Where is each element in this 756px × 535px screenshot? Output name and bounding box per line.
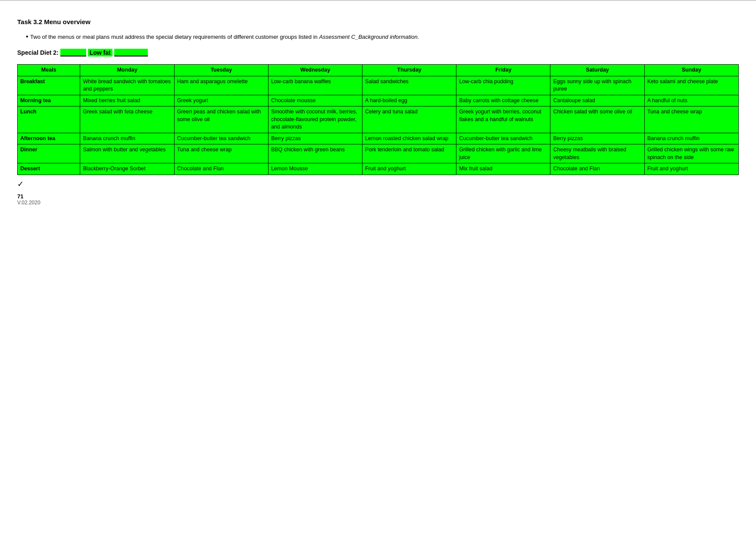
cell-sunday-dinner: Grilled chicken wings with some raw spin… xyxy=(644,144,738,163)
cell-monday-breakfast: White bread sandwich with tomatoes and p… xyxy=(80,76,174,95)
cell-tuesday-breakfast: Ham and asparagus omelette xyxy=(174,76,268,95)
cell-monday-lunch: Greek salad with feta cheese xyxy=(80,106,174,133)
bullet-text-after: . xyxy=(418,34,419,40)
cell-thursday-dessert: Fruit and yoghurt xyxy=(362,163,456,175)
cell-friday-breakfast: Low-carb chia pudding xyxy=(456,76,550,95)
checkmark: ✓ xyxy=(17,179,739,189)
task-title: Task 3.2 Menu overview xyxy=(17,18,739,25)
cell-sunday-breakfast: Keto salami and cheese plate xyxy=(644,76,738,95)
header-tuesday: Tuesday xyxy=(174,65,268,76)
header-meals: Meals xyxy=(18,65,80,76)
bullet-text-main: Two of the menus or meal plans must addr… xyxy=(30,34,319,40)
bullet-description: Two of the menus or meal plans must addr… xyxy=(26,31,739,42)
cell-tuesday-dinner: Tuna and cheese wrap xyxy=(174,144,268,163)
cell-thursday-breakfast: Salad sandwiches xyxy=(362,76,456,95)
header-sunday: Sunday xyxy=(644,65,738,76)
page-number: 71 xyxy=(17,193,23,200)
table-row: BreakfastWhite bread sandwich with tomat… xyxy=(18,76,739,95)
cell-tuesday-lunch: Green peas and chicken salad with some o… xyxy=(174,106,268,133)
cell-meal-breakfast: Breakfast xyxy=(18,76,80,95)
cell-monday-dessert: Blackberry-Orange Sorbet xyxy=(80,163,174,175)
header-wednesday: Wednesday xyxy=(268,65,362,76)
header-saturday: Saturday xyxy=(550,65,644,76)
cell-friday-dinner: Grilled chicken with garlic and lime jui… xyxy=(456,144,550,163)
cell-tuesday-morning-tea: Greek yogurt xyxy=(174,95,268,106)
cell-friday-afternoon-tea: Cucumber-butter tea sandwich xyxy=(456,133,550,144)
cell-sunday-lunch: Tuna and cheese wrap xyxy=(644,106,738,133)
bullet-italic: Assessment C_Background information xyxy=(319,34,417,40)
cell-sunday-morning-tea: A handful of nuts xyxy=(644,95,738,106)
cell-meal-afternoon-tea: Afternoon tea xyxy=(18,133,80,144)
cell-saturday-dessert: Chocolate and Flan xyxy=(550,163,644,175)
cell-tuesday-afternoon-tea: Cucumber-butter tea sandwich xyxy=(174,133,268,144)
cell-wednesday-morning-tea: Chocolate mousse xyxy=(268,95,362,106)
menu-table: Meals Monday Tuesday Wednesday Thursday … xyxy=(17,64,739,175)
cell-meal-dinner: Dinner xyxy=(18,144,80,163)
cell-wednesday-lunch: Smoothie with coconut milk, berries, cho… xyxy=(268,106,362,133)
cell-monday-afternoon-tea: Banana crunch muffin xyxy=(80,133,174,144)
cell-wednesday-dinner: BBQ chicken with green beans xyxy=(268,144,362,163)
table-row: LunchGreek salad with feta cheeseGreen p… xyxy=(18,106,739,133)
cell-saturday-afternoon-tea: Berry pizzas xyxy=(550,133,644,144)
special-diet-blank2 xyxy=(114,49,148,56)
footer: 71 V.02.2020 xyxy=(17,193,739,206)
cell-thursday-afternoon-tea: Lemon roasted chicken salad wrap xyxy=(362,133,456,144)
header-monday: Monday xyxy=(80,65,174,76)
header-thursday: Thursday xyxy=(362,65,456,76)
cell-sunday-dessert: Fruit and yoghurt xyxy=(644,163,738,175)
special-diet-label: Special Diet 2: xyxy=(17,49,59,56)
cell-wednesday-dessert: Lemon Mousse xyxy=(268,163,362,175)
special-diet-row: Special Diet 2: Low fat xyxy=(17,49,739,56)
cell-saturday-morning-tea: Cantaloupe salad xyxy=(550,95,644,106)
cell-saturday-dinner: Cheesy meatballs with braised vegetables xyxy=(550,144,644,163)
cell-wednesday-afternoon-tea: Berry pizzas xyxy=(268,133,362,144)
cell-monday-dinner: Salmon with butter and vegetables xyxy=(80,144,174,163)
cell-friday-morning-tea: Baby carrots with cottage cheese xyxy=(456,95,550,106)
cell-meal-morning-tea: Morning tea xyxy=(18,95,80,106)
special-diet-blank1 xyxy=(60,49,86,56)
cell-thursday-dinner: Pork tenderloin and tomato salad xyxy=(362,144,456,163)
version: V.02.2020 xyxy=(17,200,41,206)
cell-saturday-lunch: Chicken salad with some olive oil xyxy=(550,106,644,133)
cell-meal-lunch: Lunch xyxy=(18,106,80,133)
table-row: Morning teaMixed berries fruit saladGree… xyxy=(18,95,739,106)
cell-wednesday-breakfast: Low-carb banana waffles xyxy=(268,76,362,95)
cell-friday-lunch: Greek yogurt with berries, coconut flake… xyxy=(456,106,550,133)
special-diet-name: Low fat xyxy=(88,49,112,56)
table-header-row: Meals Monday Tuesday Wednesday Thursday … xyxy=(18,65,739,76)
cell-friday-dessert: Mix fruit salad xyxy=(456,163,550,175)
cell-sunday-afternoon-tea: Banana crunch muffin xyxy=(644,133,738,144)
header-friday: Friday xyxy=(456,65,550,76)
cell-saturday-breakfast: Eggs sunny side up with spinach puree xyxy=(550,76,644,95)
cell-tuesday-dessert: Chocolate and Flan xyxy=(174,163,268,175)
cell-monday-morning-tea: Mixed berries fruit salad xyxy=(80,95,174,106)
table-row: DinnerSalmon with butter and vegetablesT… xyxy=(18,144,739,163)
cell-thursday-lunch: Celery and tuna salad xyxy=(362,106,456,133)
table-row: Afternoon teaBanana crunch muffinCucumbe… xyxy=(18,133,739,144)
cell-thursday-morning-tea: A hard-boiled egg xyxy=(362,95,456,106)
table-row: DessertBlackberry-Orange SorbetChocolate… xyxy=(18,163,739,175)
cell-meal-dessert: Dessert xyxy=(18,163,80,175)
